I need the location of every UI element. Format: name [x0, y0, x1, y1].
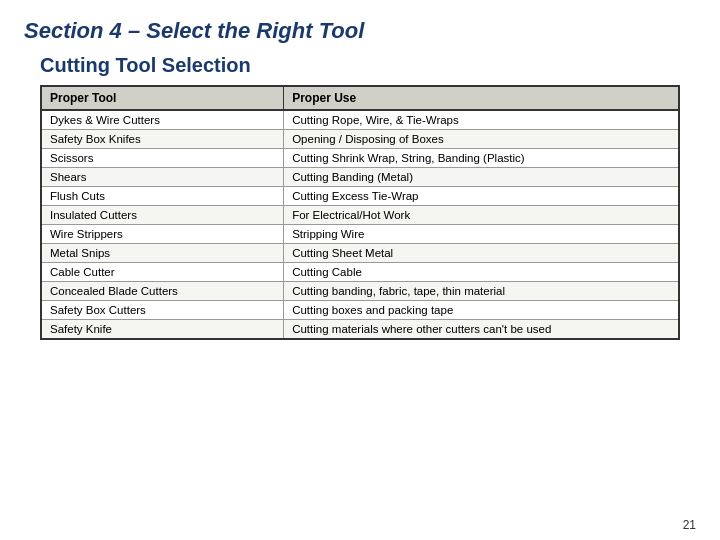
tool-cell: Flush Cuts: [42, 187, 284, 206]
table-row: ScissorsCutting Shrink Wrap, String, Ban…: [42, 149, 678, 168]
page-container: Section 4 – Select the Right Tool Cuttin…: [0, 0, 720, 540]
table-wrapper: Proper Tool Proper Use Dykes & Wire Cutt…: [40, 85, 680, 340]
use-cell: Cutting Sheet Metal: [284, 244, 678, 263]
use-cell: Cutting Banding (Metal): [284, 168, 678, 187]
tool-cell: Wire Strippers: [42, 225, 284, 244]
col-header-use: Proper Use: [284, 87, 678, 110]
use-cell: Cutting Shrink Wrap, String, Banding (Pl…: [284, 149, 678, 168]
tool-cell: Cable Cutter: [42, 263, 284, 282]
tool-cell: Safety Box Knifes: [42, 130, 284, 149]
subtitle: Cutting Tool Selection: [40, 54, 696, 77]
table-row: ShearsCutting Banding (Metal): [42, 168, 678, 187]
table-row: Safety KnifeCutting materials where othe…: [42, 320, 678, 339]
use-cell: For Electrical/Hot Work: [284, 206, 678, 225]
table-row: Insulated CuttersFor Electrical/Hot Work: [42, 206, 678, 225]
use-cell: Cutting boxes and packing tape: [284, 301, 678, 320]
tool-cell: Metal Snips: [42, 244, 284, 263]
table-header-row: Proper Tool Proper Use: [42, 87, 678, 110]
tool-cell: Dykes & Wire Cutters: [42, 110, 284, 130]
table-body: Dykes & Wire CuttersCutting Rope, Wire, …: [42, 110, 678, 338]
use-cell: Cutting Cable: [284, 263, 678, 282]
table-row: Safety Box CuttersCutting boxes and pack…: [42, 301, 678, 320]
use-cell: Opening / Disposing of Boxes: [284, 130, 678, 149]
col-header-tool: Proper Tool: [42, 87, 284, 110]
table-row: Safety Box KnifesOpening / Disposing of …: [42, 130, 678, 149]
tool-cell: Scissors: [42, 149, 284, 168]
tool-cell: Safety Box Cutters: [42, 301, 284, 320]
use-cell: Cutting Rope, Wire, & Tie-Wraps: [284, 110, 678, 130]
table-row: Metal SnipsCutting Sheet Metal: [42, 244, 678, 263]
page-number: 21: [683, 518, 696, 532]
table-row: Dykes & Wire CuttersCutting Rope, Wire, …: [42, 110, 678, 130]
use-cell: Cutting Excess Tie-Wrap: [284, 187, 678, 206]
table-row: Wire StrippersStripping Wire: [42, 225, 678, 244]
use-cell: Cutting banding, fabric, tape, thin mate…: [284, 282, 678, 301]
tool-cell: Concealed Blade Cutters: [42, 282, 284, 301]
section-title: Section 4 – Select the Right Tool: [24, 18, 696, 44]
use-cell: Stripping Wire: [284, 225, 678, 244]
cutting-tool-table: Proper Tool Proper Use Dykes & Wire Cutt…: [42, 87, 678, 338]
tool-cell: Insulated Cutters: [42, 206, 284, 225]
table-row: Concealed Blade CuttersCutting banding, …: [42, 282, 678, 301]
table-row: Cable CutterCutting Cable: [42, 263, 678, 282]
table-row: Flush CutsCutting Excess Tie-Wrap: [42, 187, 678, 206]
tool-cell: Safety Knife: [42, 320, 284, 339]
use-cell: Cutting materials where other cutters ca…: [284, 320, 678, 339]
tool-cell: Shears: [42, 168, 284, 187]
